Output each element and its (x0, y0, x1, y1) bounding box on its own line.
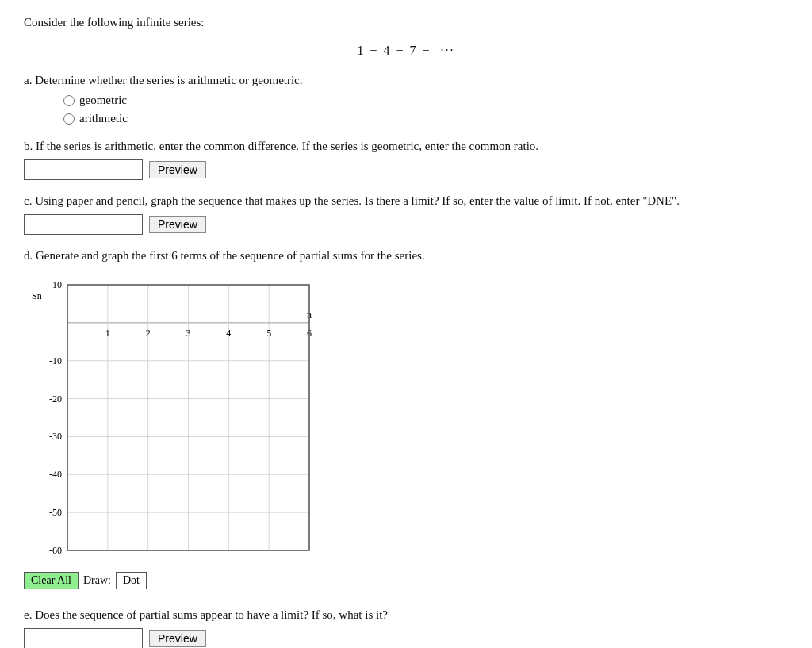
question-d-label: d. Generate and graph the first 6 terms … (24, 249, 788, 263)
radio-geometric-label[interactable]: geometric (79, 94, 127, 107)
radio-arithmetic-label[interactable]: arithmetic (79, 112, 128, 125)
x-label-5: 5 (266, 328, 271, 339)
draw-label: Draw: (79, 573, 116, 589)
radio-geometric[interactable] (63, 95, 75, 106)
y-label-n10: -10 (49, 355, 62, 366)
y-label-n20: -20 (49, 393, 62, 405)
question-a-label: a. Determine whether the series is arith… (24, 74, 788, 87)
question-e-block: e. Does the sequence of partial sums app… (24, 608, 788, 648)
y-label-n30: -30 (49, 431, 62, 442)
question-b-block: b. If the series is arithmetic, enter th… (24, 140, 788, 180)
radio-arithmetic[interactable] (63, 113, 75, 125)
question-c-block: c. Using paper and pencil, graph the seq… (24, 194, 788, 235)
question-e-input-row: Preview (24, 628, 788, 648)
y-axis-label-sn: Sn (32, 290, 42, 301)
intro-text: Consider the following infinite series: (24, 16, 788, 29)
radio-item-arithmetic[interactable]: arithmetic (63, 112, 788, 125)
question-a-block: a. Determine whether the series is arith… (24, 74, 788, 125)
y-label-n40: -40 (49, 469, 62, 480)
x-label-1: 1 (105, 328, 110, 339)
clear-all-button[interactable]: Clear All (24, 572, 79, 589)
graph-svg: 10 Sn -10 -20 -30 -40 -50 -60 n 1 2 3 4 … (24, 277, 325, 570)
question-c-input[interactable] (24, 214, 143, 235)
series-formula: 1 − 4 − 7 − ··· (24, 44, 788, 58)
x-label-3: 3 (186, 328, 191, 339)
question-e-input[interactable] (24, 628, 143, 648)
dot-button[interactable]: Dot (116, 572, 147, 589)
x-label-4: 4 (226, 328, 231, 339)
radio-group-a: geometric arithmetic (63, 94, 788, 125)
question-e-label: e. Does the sequence of partial sums app… (24, 608, 788, 622)
y-label-n60: -60 (49, 545, 62, 556)
y-label-10: 10 (52, 279, 62, 290)
question-c-preview-button[interactable]: Preview (149, 216, 206, 233)
question-e-preview-button[interactable]: Preview (149, 630, 206, 647)
question-c-input-row: Preview (24, 214, 788, 235)
y-label-n50: -50 (49, 507, 62, 518)
x-label-2: 2 (146, 328, 151, 339)
question-b-preview-button[interactable]: Preview (149, 161, 206, 178)
question-b-label: b. If the series is arithmetic, enter th… (24, 140, 788, 153)
question-b-input-row: Preview (24, 159, 788, 180)
question-d-block: d. Generate and graph the first 6 terms … (24, 249, 788, 594)
question-b-input[interactable] (24, 159, 143, 180)
question-c-label: c. Using paper and pencil, graph the seq… (24, 194, 788, 208)
graph-controls: Clear All Draw: Dot (24, 572, 325, 589)
graph-container: 10 Sn -10 -20 -30 -40 -50 -60 n 1 2 3 4 … (24, 277, 325, 589)
radio-item-geometric[interactable]: geometric (63, 94, 788, 107)
